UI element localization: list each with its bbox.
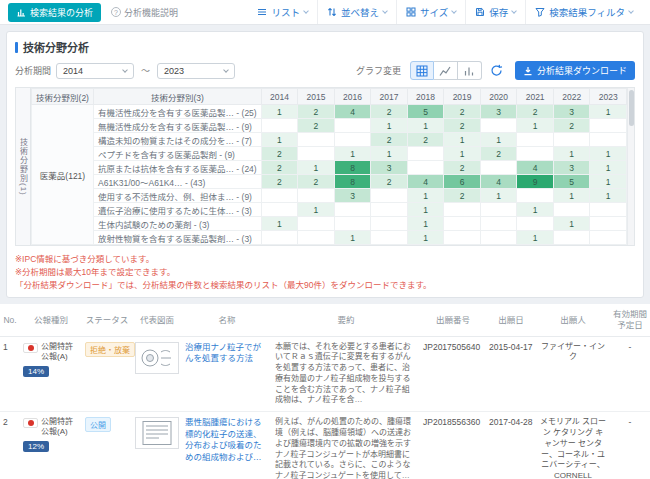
abstract-text: 例えば、がんの処置のための、腫瘍環境（例えば、脳腫瘍領域）への送達および腫瘍環境…: [275, 417, 417, 479]
heatmap-cell: 1: [298, 161, 335, 175]
publication-type-label: 公開特許公報(A): [41, 342, 79, 362]
scrollbar-thumb[interactable]: [629, 90, 634, 126]
heatmap-cell: 2: [261, 147, 298, 161]
heatmap-cell: [298, 231, 335, 245]
heatmap-cell: 5: [553, 175, 590, 189]
heatmap-cell: 2: [298, 105, 335, 119]
score-badge: 14%: [23, 366, 49, 377]
results-header: 名称: [182, 304, 272, 336]
chevron-down-icon: [382, 8, 388, 14]
heatmap-scrollbar[interactable]: [627, 88, 634, 245]
heatmap-row-label: 遺伝子治療に使用するために生体… - (3): [94, 203, 262, 217]
year-header: 2020: [480, 89, 517, 105]
patent-title-link[interactable]: 治療用ナノ粒子でがんを処置する方法: [185, 342, 269, 365]
graph-type-table-button[interactable]: [410, 61, 434, 80]
publication-type-cell: 公開特許公報(A)14%: [20, 336, 82, 412]
heatmap-row: 放射性物質を含有する医薬品製剤… - (3)111: [32, 231, 627, 245]
heatmap-row: 医薬品(121)有機活性成分を含有する医薬品製… - (25)124252323…: [32, 105, 627, 119]
results-header: 代表図面: [132, 304, 182, 336]
heatmap-cell: 3: [480, 105, 517, 119]
analysis-help-link[interactable]: ? 分析機能説明: [111, 6, 178, 19]
drawing-cell: [132, 336, 182, 412]
graph-type-bar-button[interactable]: [458, 61, 482, 80]
analyze-results-button[interactable]: 検索結果の分析: [8, 3, 101, 22]
representative-drawing[interactable]: [135, 417, 179, 449]
menu-list-label: リスト: [271, 5, 300, 19]
note-download: 「分析結果ダウンロード」では、分析結果の件数と検索結果のリスト（最大90件）をダ…: [15, 279, 635, 292]
results-header: 出願番号: [420, 304, 486, 336]
heatmap-cell: 1: [298, 203, 335, 217]
results-header: 要約: [272, 304, 420, 336]
heatmap-cell: 2: [517, 105, 554, 119]
japan-flag-icon: [23, 418, 38, 428]
drawing-cell: [132, 412, 182, 479]
menu-save[interactable]: 保存: [465, 0, 525, 24]
category-group-cell: 医薬品(121): [32, 105, 94, 245]
heatmap-cell: [371, 203, 408, 217]
heatmap-cell: 4: [334, 105, 371, 119]
publication-type-cell: 公開特許公報(A)12%: [20, 412, 82, 479]
year-header: 2016: [334, 89, 371, 105]
results-header: 公報種別: [20, 304, 82, 336]
heatmap-cell: [553, 231, 590, 245]
result-row: 2公開特許公報(A)12%公開悪性脳腫瘍における標的化粒子の送達、分布および吸着…: [0, 412, 650, 479]
heatmap-cell: [444, 203, 481, 217]
heatmap-row: 無機活性成分を含有する医薬品製… - (9)211212: [32, 119, 627, 133]
menu-list[interactable]: リスト: [248, 0, 317, 24]
heatmap-cell: 1: [407, 189, 444, 203]
japan-flag-icon: [23, 343, 38, 353]
heatmap-row: 使用する不活性成分、例、担体ま… - (9)312111: [32, 189, 627, 203]
heatmap-cell: [261, 189, 298, 203]
heatmap-cell: 2: [444, 161, 481, 175]
heatmap-cell: 2: [261, 175, 298, 189]
size-icon: [406, 7, 416, 17]
period-from-select[interactable]: 2014: [56, 63, 134, 79]
year-header: 2014: [261, 89, 298, 105]
heatmap-cell: 1: [517, 203, 554, 217]
analysis-title: 技術分野分析: [23, 39, 89, 55]
application-date: 2015-04-17: [486, 336, 536, 412]
heatmap-cell: 4: [407, 175, 444, 189]
patent-title-link[interactable]: 悪性脳腫瘍における標的化粒子の送達、分布および吸着のための組成物および方法: [185, 417, 269, 463]
refresh-button[interactable]: [487, 61, 506, 80]
heatmap-row: A61K31/00～A61K4… - (43)2282464951: [32, 175, 627, 189]
top-toolbar: 検索結果の分析 ? 分析機能説明 リスト 並べ替え サイズ: [0, 0, 650, 25]
heatmap-cell: 1: [590, 175, 627, 189]
heatmap-cell: [590, 203, 627, 217]
heatmap-cell: [480, 119, 517, 133]
heatmap-cell: [334, 133, 371, 147]
chevron-down-icon: [451, 8, 457, 14]
menu-size[interactable]: サイズ: [396, 0, 465, 24]
title-accent-bar: [15, 42, 18, 53]
heatmap-cell: [553, 133, 590, 147]
results-header: No.: [0, 304, 20, 336]
year-header: 2017: [371, 89, 408, 105]
heatmap-cell: [298, 217, 335, 231]
heatmap-cell: 1: [553, 147, 590, 161]
year-header: 2022: [553, 89, 590, 105]
menu-sort[interactable]: 並べ替え: [317, 0, 396, 24]
heatmap-cell: 1: [407, 231, 444, 245]
heatmap-cell: 2: [298, 119, 335, 133]
heatmap-cell: [334, 119, 371, 133]
line-chart-icon: [439, 65, 451, 77]
table-grid-icon: [416, 65, 428, 77]
heatmap-cell: [298, 189, 335, 203]
heatmap-cell: 1: [480, 189, 517, 203]
question-icon: ?: [111, 7, 121, 17]
menu-filter[interactable]: 検索結果フィルタ: [525, 0, 642, 24]
heatmap-cell: 3: [334, 189, 371, 203]
year-header: 2023: [590, 89, 627, 105]
graph-type-line-button[interactable]: [434, 61, 458, 80]
representative-drawing[interactable]: [135, 342, 179, 374]
heatmap-cell: [517, 189, 554, 203]
heatmap-cell: [517, 133, 554, 147]
heatmap-cell: 1: [334, 231, 371, 245]
period-to-select[interactable]: 2023: [157, 63, 235, 79]
download-results-button[interactable]: 分析結果ダウンロード: [515, 61, 635, 80]
heatmap-area: 技術分野別(1) 技術分野別(2)技術分野別(3)201420152016201…: [15, 87, 635, 246]
abstract-cell: 例えば、がんの処置のための、腫瘍環境（例えば、脳腫瘍領域）への送達および腫瘍環境…: [272, 412, 420, 479]
heatmap-cell: 1: [553, 217, 590, 231]
chevron-down-icon: [122, 67, 128, 73]
heatmap-row: 遺伝子治療に使用するために生体… - (3)111: [32, 203, 627, 217]
